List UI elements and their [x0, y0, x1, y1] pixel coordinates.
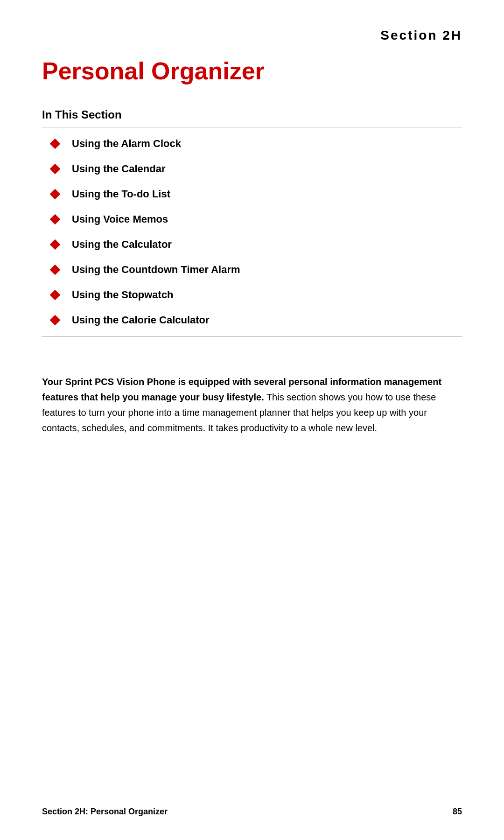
list-item: Using the Calorie Calculator — [42, 308, 462, 333]
toc-item-label: Using the To-do List — [72, 188, 170, 200]
toc-heading: In This Section — [42, 108, 462, 127]
list-item: Using the Alarm Clock — [42, 131, 462, 156]
toc-item-label: Using the Calendar — [72, 163, 165, 175]
section-label: Section 2H — [42, 28, 462, 43]
list-item: Using the Calendar — [42, 156, 462, 182]
page-container: Section 2H Personal Organizer In This Se… — [0, 0, 504, 840]
footer-left-label: Section 2H: Personal Organizer — [42, 807, 168, 817]
toc-item-label: Using Voice Memos — [72, 213, 168, 225]
page-title: Personal Organizer — [42, 57, 462, 85]
toc-item-label: Using the Stopwatch — [72, 289, 174, 301]
toc-item-label: Using the Alarm Clock — [72, 138, 181, 150]
toc-container: In This Section Using the Alarm Clock Us… — [42, 108, 462, 337]
bullet-diamond-icon — [50, 189, 61, 200]
list-item: Using the To-do List — [42, 182, 462, 207]
bullet-diamond-icon — [50, 265, 61, 275]
bullet-diamond-icon — [50, 315, 61, 326]
bullet-diamond-icon — [50, 290, 61, 301]
bullet-diamond-icon — [50, 164, 61, 175]
toc-item-label: Using the Calculator — [72, 238, 172, 251]
footer-page-number: 85 — [453, 807, 462, 817]
bullet-diamond-icon — [50, 239, 61, 250]
toc-list: Using the Alarm Clock Using the Calendar… — [42, 127, 462, 337]
list-item: Using the Calculator — [42, 232, 462, 257]
list-item: Using the Countdown Timer Alarm — [42, 257, 462, 282]
bullet-diamond-icon — [50, 214, 61, 225]
footer: Section 2H: Personal Organizer 85 — [42, 807, 462, 817]
toc-item-label: Using the Calorie Calculator — [72, 314, 210, 326]
body-text: Your Sprint PCS Vision Phone is equipped… — [42, 374, 462, 436]
toc-item-label: Using the Countdown Timer Alarm — [72, 264, 240, 276]
list-item: Using the Stopwatch — [42, 282, 462, 308]
list-item: Using Voice Memos — [42, 207, 462, 232]
bullet-diamond-icon — [50, 139, 61, 149]
